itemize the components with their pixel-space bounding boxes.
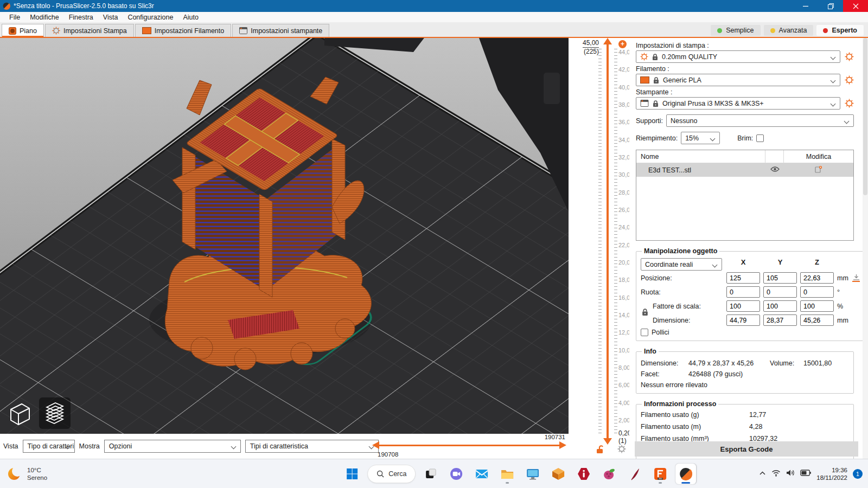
object-row[interactable]: E3d TEST...stl (636, 163, 853, 177)
windows-start-button[interactable] (342, 464, 362, 484)
mail-icon (475, 467, 489, 481)
prusaslicer-taskbar-button[interactable] (675, 464, 696, 484)
manipulation-title: Manipolazione oggetto (642, 247, 719, 255)
edit-printer-button[interactable] (844, 99, 854, 108)
slider-settings-gear-icon[interactable] (617, 445, 626, 455)
coordinates-dropdown[interactable]: Coordinate reali (641, 258, 722, 271)
view-label: Vista (3, 442, 18, 450)
layer-slider-track[interactable] (607, 44, 609, 438)
rotate-z-input[interactable] (800, 286, 834, 298)
wifi-icon[interactable] (771, 470, 781, 478)
sidebar-scrollbar[interactable] (863, 38, 868, 459)
scale-x-input[interactable] (726, 300, 760, 312)
menu-item[interactable]: File (4, 12, 25, 22)
title-bar[interactable]: *Senza titolo - PrusaSlicer-2.5.0 basato… (0, 0, 868, 12)
rotate-y-input[interactable] (763, 286, 797, 298)
clock-widget[interactable]: 19:36 18/11/2022 (816, 466, 847, 481)
tab-plater[interactable]: Piano (2, 24, 44, 37)
position-x-input[interactable] (726, 272, 760, 284)
battery-icon[interactable] (800, 470, 811, 478)
move-slider-left-handle[interactable] (372, 441, 379, 449)
menu-item[interactable]: Aiuto (178, 12, 203, 22)
print-settings-label: Impostazioni di stampa : (636, 42, 854, 49)
position-y-input[interactable] (763, 272, 797, 284)
position-z-input[interactable] (800, 272, 834, 284)
rotate-x-input[interactable] (726, 286, 760, 298)
print-settings-dropdown[interactable]: 0.20mm QUALITY (636, 50, 840, 63)
object-manipulation-group: Manipolazione oggetto Coordinate reali X… (636, 247, 865, 341)
minimize-button[interactable] (793, 0, 818, 12)
brim-checkbox[interactable] (756, 134, 764, 142)
axis-z-label: Z (800, 258, 834, 271)
task-view-button[interactable] (420, 464, 441, 484)
weather-widget[interactable]: 10°C Sereno (7, 466, 47, 482)
edit-print-settings-button[interactable] (844, 52, 854, 62)
move-slider-track[interactable] (379, 445, 560, 446)
mode-expert[interactable]: Esperto (816, 25, 864, 36)
notification-badge[interactable]: 1 (853, 469, 863, 479)
size-y-input[interactable] (763, 314, 797, 326)
filament-dropdown[interactable]: Generic PLA (636, 74, 840, 86)
taskbar-search[interactable]: Cerca (367, 465, 416, 483)
size-label: Dimensione: (641, 317, 726, 324)
layer-slider-bottom-handle[interactable] (603, 438, 612, 445)
fusion-360-button[interactable]: 360 (650, 464, 671, 484)
drop-to-bed-icon[interactable] (852, 274, 860, 282)
infill-dropdown[interactable]: 15% (681, 132, 720, 144)
move-slider-min: 190708 (378, 451, 398, 458)
inches-checkbox[interactable] (641, 329, 648, 336)
add-layer-range-button[interactable]: + (618, 40, 627, 48)
close-button[interactable] (843, 0, 868, 12)
tray-chevron-icon[interactable] (759, 470, 766, 478)
weather-moon-icon (7, 466, 23, 482)
supports-dropdown[interactable]: Nessuno (666, 114, 854, 127)
layer-slider-top-handle[interactable] (603, 38, 612, 44)
mode-simple[interactable]: Semplice (711, 25, 760, 36)
eye-icon[interactable] (770, 166, 780, 174)
scale-z-input[interactable] (800, 300, 834, 312)
volume-icon[interactable] (786, 469, 795, 478)
menu-item[interactable]: Vista (98, 12, 123, 22)
gcode-move-slider[interactable]: 190731 190708 (372, 434, 566, 458)
simple-dot-icon (717, 28, 722, 33)
size-z-input[interactable] (800, 314, 834, 326)
menu-item[interactable]: Finestra (64, 12, 98, 22)
menu-item[interactable]: Configurazione (123, 12, 178, 22)
move-slider-max: 190731 (545, 434, 565, 440)
size-unit: mm (837, 317, 850, 324)
feature-types-dropdown[interactable]: Tipi di caratteristica (245, 440, 379, 453)
tab-printer-settings[interactable]: Impostazioni stampante (232, 24, 329, 37)
layer-ruler-right (614, 49, 617, 436)
infill-label: Riempimento: (636, 134, 678, 142)
size-x-input[interactable] (726, 314, 760, 326)
teams-chat-button[interactable] (446, 464, 467, 484)
scale-y-input[interactable] (763, 300, 797, 312)
file-explorer-button[interactable] (497, 464, 518, 484)
edit-object-icon[interactable] (815, 165, 822, 175)
view-type-dropdown[interactable]: Tipo di caratteri: (23, 440, 75, 453)
printer-dropdown[interactable]: Original Prusa i3 MK3S & MK3S+ (636, 97, 840, 110)
slider-link-lock-icon[interactable] (596, 445, 604, 456)
tab-print-settings[interactable]: Impostazioni Stampa (45, 24, 134, 37)
restore-button[interactable] (818, 0, 843, 12)
tab-filament-settings[interactable]: Impostazioni Filamento (135, 24, 232, 37)
3d-viewport[interactable]: ORIGINAL PRUSA (0, 38, 569, 459)
menu-item[interactable]: Modifiche (25, 12, 64, 22)
mode-advanced[interactable]: Avanzata (764, 25, 814, 36)
uniform-scale-lock-icon[interactable] (642, 308, 648, 318)
editor-view-button[interactable] (4, 397, 36, 429)
raspberry-pi-button[interactable] (599, 464, 620, 484)
show-options-dropdown[interactable]: Opzioni (104, 440, 241, 453)
display-settings-button[interactable] (522, 464, 543, 484)
move-slider-right-handle[interactable] (559, 441, 566, 449)
export-gcode-button[interactable]: Esporta G-code (635, 441, 858, 457)
preview-view-button[interactable] (39, 397, 71, 429)
feather-app-button[interactable] (624, 464, 645, 484)
mail-button[interactable] (471, 464, 492, 484)
3d-box-app-button[interactable] (548, 464, 569, 484)
gear-icon (52, 27, 60, 35)
printer-icon (640, 100, 649, 107)
info-dimension-label: Dimensione: (641, 359, 688, 367)
info-app-button[interactable] (573, 464, 594, 484)
edit-filament-button[interactable] (844, 75, 854, 85)
